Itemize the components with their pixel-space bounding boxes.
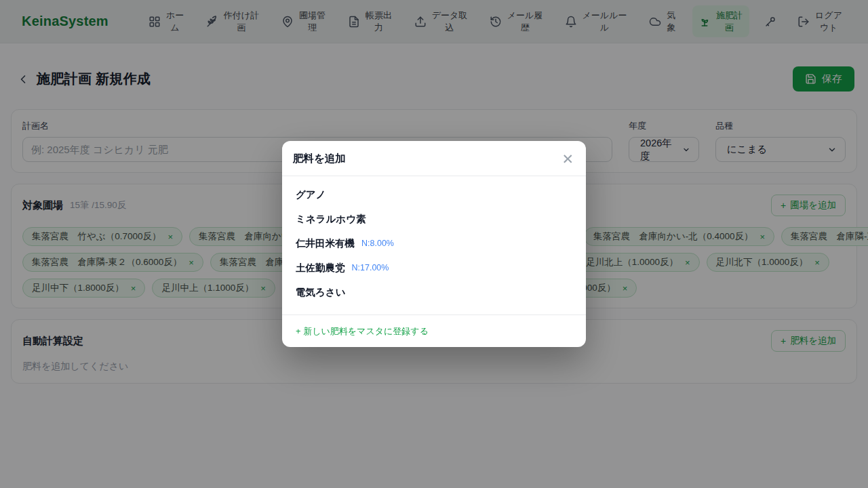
add-fertilizer-modal: 肥料を追加 ✕ グアノ ミネラルホウ素 仁井田米有機 N:8.00% 土佐勤農党… <box>282 141 586 347</box>
fertilizer-list: グアノ ミネラルホウ素 仁井田米有機 N:8.00% 土佐勤農党 N:17.00… <box>282 176 586 314</box>
modal-footer: + 新しい肥料をマスタに登録する <box>282 314 586 347</box>
fertilizer-list-item[interactable]: グアノ <box>282 182 586 207</box>
register-new-fertilizer-link[interactable]: + 新しい肥料をマスタに登録する <box>296 326 429 336</box>
fertilizer-name: 仁井田米有機 <box>296 237 355 250</box>
fertilizer-list-item[interactable]: 土佐勤農党 N:17.00% <box>282 256 586 280</box>
fertilizer-n-value: N:17.00% <box>352 263 389 272</box>
fertilizer-n-value: N:8.00% <box>361 239 394 248</box>
fertilizer-name: グアノ <box>296 188 326 201</box>
modal-header: 肥料を追加 ✕ <box>282 141 586 176</box>
fertilizer-list-item[interactable]: 仁井田米有機 N:8.00% <box>282 231 586 256</box>
fertilizer-name: ミネラルホウ素 <box>296 213 366 226</box>
modal-title: 肥料を追加 <box>293 152 346 166</box>
fertilizer-list-item[interactable]: 電気ろさい <box>282 280 586 304</box>
close-icon[interactable]: ✕ <box>560 152 575 166</box>
fertilizer-list-item[interactable]: ミネラルホウ素 <box>282 207 586 231</box>
fertilizer-name: 土佐勤農党 <box>296 262 345 274</box>
fertilizer-name: 電気ろさい <box>296 286 346 299</box>
